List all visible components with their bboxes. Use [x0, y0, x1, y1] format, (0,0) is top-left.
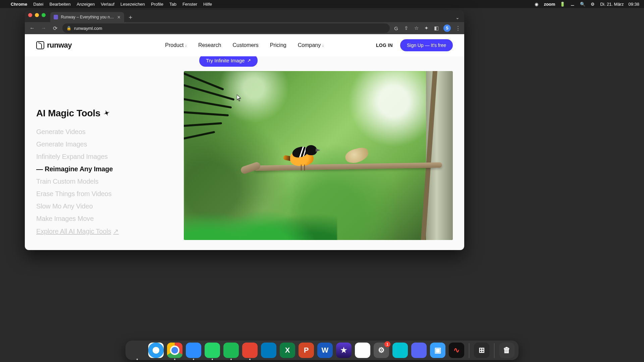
nav-back-button[interactable]: ←: [28, 25, 36, 31]
hero-column: [184, 71, 453, 240]
nav-reload-button[interactable]: ⟳: [51, 25, 59, 32]
signup-button[interactable]: Sign Up — It's free: [400, 39, 453, 51]
tool-list: Generate Videos Generate Images Infinite…: [36, 128, 174, 235]
section-title: AI Magic Tools ✦: [36, 108, 174, 119]
share-icon[interactable]: ⇧: [403, 25, 409, 31]
nav-customers[interactable]: Customers: [232, 42, 258, 48]
address-bar[interactable]: 🔒 runwayml.com: [62, 23, 390, 33]
tab-close-icon[interactable]: ✕: [117, 15, 121, 20]
new-tab-button[interactable]: ＋: [126, 13, 135, 21]
nav-research[interactable]: Research: [198, 42, 221, 48]
chrome-menu-icon[interactable]: ⋮: [455, 25, 461, 31]
tool-train-custom-models[interactable]: Train Custom Models: [36, 178, 174, 185]
arrow-up-right-icon: ↗: [113, 227, 119, 235]
tools-sidebar: AI Magic Tools ✦ Generate Videos Generat…: [36, 71, 174, 240]
fern-foreground-graphic: [184, 183, 337, 240]
menu-tab[interactable]: Tab: [169, 2, 176, 7]
tab-favicon-icon: [54, 15, 58, 19]
menu-bearbeiten[interactable]: Bearbeiten: [49, 2, 70, 7]
arrow-up-right-icon: ↗: [247, 58, 251, 63]
logo-mark-icon: [36, 41, 44, 49]
lock-icon: 🔒: [66, 26, 71, 31]
menu-datei[interactable]: Datei: [33, 2, 43, 7]
chevron-down-icon: ↓: [185, 43, 187, 47]
tool-erase-from-videos[interactable]: Erase Things from Videos: [36, 190, 174, 198]
menu-hilfe[interactable]: Hilfe: [203, 2, 212, 7]
hero-image: [184, 71, 453, 240]
tool-generate-videos[interactable]: Generate Videos: [36, 128, 174, 136]
menu-fenster[interactable]: Fenster: [182, 2, 197, 7]
window-close-button[interactable]: [28, 13, 32, 17]
site-header: runway Product↓ Research Customers Prici…: [25, 34, 464, 56]
tool-infinitely-expand[interactable]: Infinitely Expand Images: [36, 153, 174, 161]
sidepanel-icon[interactable]: ◧: [433, 25, 439, 31]
chrome-window: Runway – Everything you need ✕ ＋ ⌄ ← → ⟳…: [25, 10, 464, 250]
extensions-icon[interactable]: ✦: [423, 25, 429, 31]
oriole-bird-graphic: [283, 137, 320, 174]
tab-title: Runway – Everything you need: [61, 15, 114, 19]
menu-anzeigen[interactable]: Anzeigen: [76, 2, 95, 7]
tool-slow-mo[interactable]: Slow Mo Any Video: [36, 202, 174, 210]
browser-tab-active[interactable]: Runway – Everything you need ✕: [50, 12, 124, 22]
mouse-cursor-icon: [237, 95, 241, 101]
menu-lesezeichen[interactable]: Lesezeichen: [120, 2, 145, 7]
bookmark-star-icon[interactable]: ☆: [413, 25, 419, 31]
chrome-toolbar: ← → ⟳ 🔒 runwayml.com G ⇧ ☆ ✦ ◧ S ⋮: [25, 22, 464, 34]
menu-verlauf[interactable]: Verlauf: [101, 2, 114, 7]
google-account-icon[interactable]: G: [393, 25, 399, 31]
menu-profile[interactable]: Profile: [151, 2, 163, 7]
profile-avatar[interactable]: S: [443, 24, 451, 32]
chrome-tabstrip: Runway – Everything you need ✕ ＋ ⌄: [25, 10, 464, 22]
address-url: runwayml.com: [74, 26, 102, 31]
tool-reimagine-any-image[interactable]: Reimagine Any Image: [36, 165, 174, 173]
window-zoom-button[interactable]: [42, 13, 46, 17]
nav-forward-button[interactable]: →: [40, 25, 48, 31]
main-nav: Product↓ Research Customers Pricing Comp…: [165, 42, 324, 48]
site-logo[interactable]: runway: [36, 41, 72, 50]
explore-all-tools-link[interactable]: Explore All AI Magic Tools↗: [36, 227, 174, 235]
window-controls: [28, 10, 46, 22]
macos-menubar: Chrome Datei Bearbeiten Anzeigen Verlauf…: [0, 0, 488, 8]
tools-section: AI Magic Tools ✦ Generate Videos Generat…: [25, 71, 464, 250]
tool-make-images-move[interactable]: Make Images Move: [36, 215, 174, 223]
logo-text: runway: [47, 41, 72, 50]
nav-pricing[interactable]: Pricing: [270, 42, 286, 48]
login-link[interactable]: LOG IN: [376, 43, 393, 48]
chevron-down-icon: ↓: [322, 43, 324, 47]
branch-graphic: [254, 162, 442, 171]
page-viewport: runway Product↓ Research Customers Prici…: [25, 34, 464, 250]
nav-product[interactable]: Product↓: [165, 42, 187, 48]
nav-company[interactable]: Company↓: [298, 42, 324, 48]
menubar-app-name[interactable]: Chrome: [11, 2, 27, 7]
magic-wand-icon: ✦: [102, 108, 111, 118]
tool-generate-images[interactable]: Generate Images: [36, 140, 174, 148]
tabs-dropdown-icon[interactable]: ⌄: [455, 15, 464, 22]
palm-fronds-graphic: [184, 71, 237, 181]
window-minimize-button[interactable]: [35, 13, 39, 17]
cta-label: Try Infinite Image: [206, 58, 245, 63]
caterpillar-graphic: [344, 146, 370, 165]
